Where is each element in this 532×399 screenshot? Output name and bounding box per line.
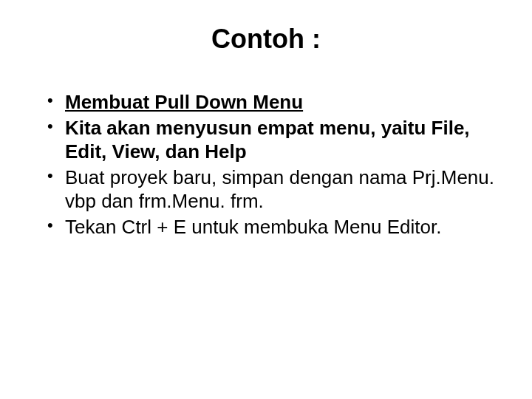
list-item: Tekan Ctrl + E untuk membuka Menu Editor… — [44, 215, 495, 239]
list-item: Membuat Pull Down Menu — [44, 90, 495, 115]
bullet-text-bold: Kita akan menyusun empat menu, yaitu Fil… — [65, 117, 470, 163]
bullet-text: Tekan Ctrl + E untuk membuka Menu Editor… — [65, 216, 441, 238]
bullet-text-underlined: Membuat Pull Down Menu — [65, 91, 303, 113]
list-item: Buat proyek baru, simpan dengan nama Prj… — [44, 166, 495, 214]
bullet-text: Buat proyek baru, simpan dengan nama Prj… — [65, 166, 494, 213]
bullet-list: Membuat Pull Down Menu Kita akan menyusu… — [37, 90, 495, 239]
slide-title: Contoh : — [37, 24, 495, 55]
list-item: Kita akan menyusun empat menu, yaitu Fil… — [44, 116, 495, 164]
